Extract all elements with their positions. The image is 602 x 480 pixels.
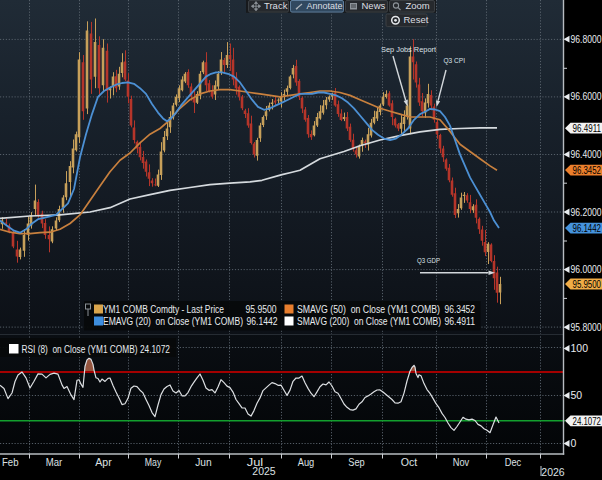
svg-text:24.1072: 24.1072 bbox=[573, 415, 602, 427]
svg-text:YM1 COMB Comdty - Last Price: YM1 COMB Comdty - Last Price bbox=[103, 304, 224, 315]
svg-text:Oct: Oct bbox=[401, 456, 418, 468]
svg-text:96.8000: 96.8000 bbox=[571, 33, 602, 45]
svg-text:SMAVG (200) on Close (YM1 COM: SMAVG (200) on Close (YM1 COMB) bbox=[297, 316, 441, 327]
svg-text:Apr: Apr bbox=[95, 456, 112, 468]
svg-text:RSI (8) on Close (YM1 COMB) 2: RSI (8) on Close (YM1 COMB) 24.1072 bbox=[22, 344, 171, 355]
svg-text:96.3452: 96.3452 bbox=[573, 164, 602, 176]
svg-text:100: 100 bbox=[571, 342, 589, 354]
svg-text:2026: 2026 bbox=[541, 466, 565, 478]
svg-text:EMAVG (20) on Close (YM1 COMB: EMAVG (20) on Close (YM1 COMB) bbox=[103, 316, 243, 327]
svg-text:95.9500: 95.9500 bbox=[573, 278, 602, 290]
svg-text:Sep: Sep bbox=[348, 456, 365, 468]
svg-text:95.8000: 95.8000 bbox=[571, 321, 602, 333]
svg-text:Feb: Feb bbox=[2, 456, 19, 468]
svg-text:Track: Track bbox=[264, 0, 288, 11]
svg-text:SMAVG (50) on Close (YM1 COMB: SMAVG (50) on Close (YM1 COMB) bbox=[297, 304, 440, 315]
svg-text:96.4911: 96.4911 bbox=[573, 122, 602, 134]
svg-text:96.2000: 96.2000 bbox=[571, 206, 602, 218]
svg-text:Annotate: Annotate bbox=[307, 0, 343, 11]
svg-text:96.0000: 96.0000 bbox=[571, 263, 602, 275]
svg-text:Reset: Reset bbox=[404, 14, 429, 25]
svg-text:May: May bbox=[145, 456, 162, 468]
svg-text:Q3 GDP: Q3 GDP bbox=[417, 256, 440, 265]
svg-text:50: 50 bbox=[571, 389, 583, 401]
svg-text:96.4000: 96.4000 bbox=[571, 148, 602, 160]
svg-text:96.4911: 96.4911 bbox=[445, 316, 476, 327]
svg-text:Mar: Mar bbox=[46, 456, 63, 468]
svg-text:Jun: Jun bbox=[195, 456, 212, 468]
svg-text:2025: 2025 bbox=[252, 465, 276, 477]
svg-text:96.1442: 96.1442 bbox=[247, 316, 278, 327]
svg-text:News: News bbox=[362, 0, 386, 11]
svg-text:Aug: Aug bbox=[298, 456, 315, 468]
svg-text:95.9500: 95.9500 bbox=[246, 304, 277, 315]
svg-text:Q3 CPI: Q3 CPI bbox=[444, 56, 466, 65]
svg-text:96.3452: 96.3452 bbox=[445, 304, 476, 315]
svg-text:0: 0 bbox=[571, 437, 577, 449]
svg-text:Dec: Dec bbox=[505, 456, 522, 468]
svg-text:96.1442: 96.1442 bbox=[573, 222, 602, 234]
svg-text:Zoom: Zoom bbox=[406, 0, 430, 11]
svg-text:Sep Jobs Report: Sep Jobs Report bbox=[381, 45, 437, 54]
svg-text:96.6000: 96.6000 bbox=[571, 90, 602, 102]
svg-text:Nov: Nov bbox=[453, 456, 470, 468]
